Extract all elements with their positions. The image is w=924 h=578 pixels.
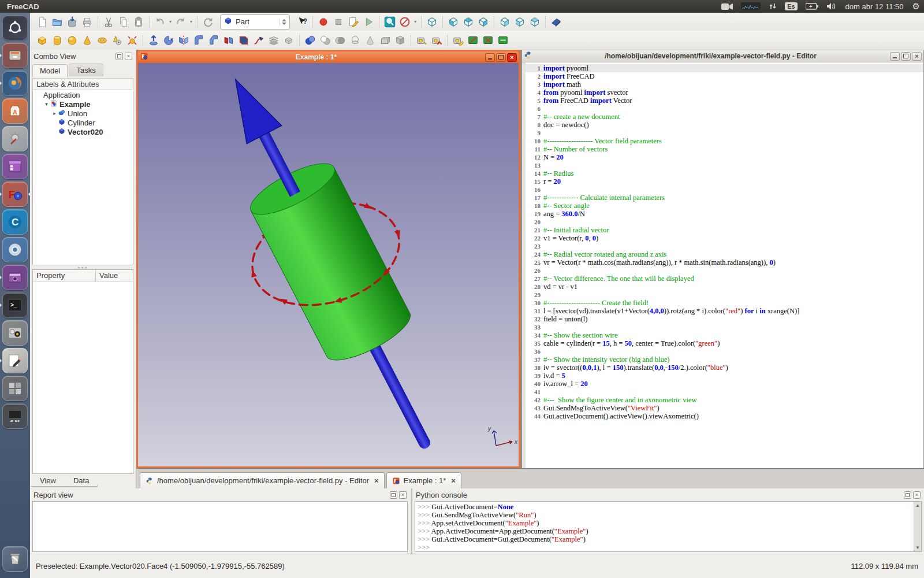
open-folder-button[interactable]	[50, 14, 65, 29]
code-line[interactable]: 33	[526, 323, 923, 331]
launcher-item-firefox[interactable]	[2, 71, 28, 96]
battery-icon[interactable]	[806, 3, 818, 10]
code-line[interactable]: 16	[526, 186, 923, 194]
record-macro-button[interactable]	[316, 14, 331, 29]
code-line[interactable]: 20	[526, 218, 923, 226]
part-ruled-surface-button[interactable]	[221, 33, 236, 48]
measure-refresh-button[interactable]	[450, 33, 465, 48]
code-line[interactable]: 14#-- Radius	[526, 169, 923, 177]
code-line[interactable]: 35cable = cylinder(r = 15, h = 50, cente…	[526, 339, 923, 347]
code-line[interactable]: 39iv.d = 5	[526, 372, 923, 380]
cone-wire-button[interactable]	[363, 33, 378, 48]
part-sphere-button[interactable]	[65, 33, 80, 48]
part-mirror-button[interactable]	[176, 33, 191, 48]
close-button[interactable]: ×	[912, 52, 922, 61]
draw-style-button[interactable]	[397, 14, 412, 29]
3d-viewport[interactable]: x y	[138, 63, 519, 466]
tree-item-application[interactable]: Application	[33, 90, 133, 99]
launcher-item-media-player[interactable]	[2, 403, 28, 429]
part-box-button[interactable]	[35, 33, 50, 48]
measurement-button[interactable]	[549, 14, 564, 29]
part-revolve-button[interactable]	[161, 33, 176, 48]
camera-icon[interactable]	[721, 3, 733, 10]
maximize-button[interactable]	[496, 53, 506, 62]
code-line[interactable]: 4from pyooml import svector	[526, 88, 923, 97]
close-tab-icon[interactable]: ×	[374, 476, 379, 485]
code-line[interactable]: 12N = 20	[526, 153, 923, 161]
part-cross-sections-button[interactable]	[266, 33, 281, 48]
code-line[interactable]: 11#-- Number of vectors	[526, 145, 923, 153]
3d-view-titlebar[interactable]: Example : 1* ×	[138, 51, 519, 63]
code-line[interactable]: 19ang = 360.0/N	[526, 210, 923, 218]
code-line[interactable]: 17#------------- Calculate internal para…	[526, 194, 923, 202]
code-line[interactable]: 9	[526, 129, 923, 137]
zoom-fit-button[interactable]	[382, 14, 397, 29]
stop-macro-button[interactable]	[331, 14, 346, 29]
print-button[interactable]	[80, 14, 95, 29]
view-left-button[interactable]	[527, 14, 542, 29]
code-line[interactable]: 36	[526, 347, 923, 355]
code-line[interactable]: 21#-- Initial radial vector	[526, 226, 923, 234]
toggle-measure-3d-button[interactable]	[465, 33, 480, 48]
code-line[interactable]: 37#-- Show the intensity vector (big and…	[526, 355, 923, 364]
launcher-item-trash[interactable]	[2, 546, 28, 572]
tree-item-union[interactable]: ▸Union	[33, 109, 133, 118]
bool-cut-button[interactable]	[318, 33, 333, 48]
code-line[interactable]: 24#-- Radial vector rotated ang around z…	[526, 250, 923, 258]
volume-icon[interactable]	[826, 2, 837, 10]
code-line[interactable]: 42#--- Show the figure center and in axo…	[526, 396, 923, 404]
redo-button[interactable]	[173, 14, 188, 29]
edit-macro-button[interactable]	[346, 14, 361, 29]
code-line[interactable]: 38iv = svector((0,0,1), l = 150).transla…	[526, 364, 923, 372]
launcher-item-media-purple[interactable]	[2, 265, 28, 290]
tab-model[interactable]: Model	[32, 64, 68, 77]
value-column-header[interactable]: Value	[96, 270, 121, 281]
part-sweep-button[interactable]	[251, 33, 266, 48]
paste-button[interactable]	[131, 14, 146, 29]
code-line[interactable]: 40iv.arrow_l = 20	[526, 380, 923, 388]
float-panel-icon[interactable]	[904, 491, 911, 499]
clock[interactable]: dom abr 12 11:50	[845, 2, 904, 11]
code-line[interactable]: 31l = [svector(vd).translate(v1+Vector(4…	[526, 307, 923, 315]
code-line[interactable]: 3import math	[526, 80, 923, 88]
launcher-item-text-editor[interactable]	[2, 348, 28, 373]
launcher-item-c-editor[interactable]: C	[2, 209, 28, 235]
tab-view[interactable]: View	[31, 475, 65, 487]
workbench-spinner[interactable]	[280, 18, 288, 25]
code-line[interactable]: 8doc = newdoc()	[526, 121, 923, 129]
launcher-item-system-settings[interactable]	[2, 126, 28, 151]
launcher-item-software-center[interactable]: A	[2, 98, 28, 124]
keyboard-layout-indicator[interactable]: Es	[785, 2, 797, 10]
launcher-item-workspace-switcher[interactable]	[2, 376, 28, 401]
bool-union-button[interactable]	[303, 33, 318, 48]
save-file-button[interactable]	[65, 14, 80, 29]
close-button[interactable]: ×	[507, 53, 517, 62]
session-gear-icon[interactable]: ⚙	[912, 1, 920, 12]
part-cone-button[interactable]	[80, 33, 95, 48]
bool-section-button[interactable]	[348, 33, 363, 48]
run-macro-button[interactable]	[361, 14, 376, 29]
maximize-button[interactable]	[901, 52, 911, 61]
code-line[interactable]: 28vd = vr - v1	[526, 283, 923, 291]
code-line[interactable]: 41	[526, 388, 923, 396]
part-offset-button[interactable]	[281, 33, 296, 48]
code-line[interactable]: 5from FreeCAD import Vector	[526, 97, 923, 105]
compsolid-button[interactable]	[393, 33, 408, 48]
code-line[interactable]: 29	[526, 291, 923, 299]
part-torus-button[interactable]	[95, 33, 110, 48]
dropdown-caret-icon[interactable]: ▾	[188, 14, 194, 29]
clear-measurement-button[interactable]	[495, 33, 511, 48]
code-line[interactable]: 13	[526, 161, 923, 169]
audio-meter-icon[interactable]	[741, 2, 761, 10]
launcher-item-file-manager[interactable]	[2, 43, 28, 68]
expander-icon[interactable]: ▸	[51, 110, 58, 116]
view-top-button[interactable]	[461, 14, 476, 29]
whats-this-button[interactable]: ?	[295, 14, 310, 29]
tab-tasks[interactable]: Tasks	[69, 64, 103, 76]
code-line[interactable]: 2import FreeCAD	[526, 72, 923, 80]
code-line[interactable]: 1import pyooml	[526, 64, 923, 72]
copy-button[interactable]	[116, 14, 131, 29]
part-shapebuilder-button[interactable]	[125, 33, 140, 48]
view-rear-button[interactable]	[497, 14, 512, 29]
toggle-measure-delta-button[interactable]	[480, 33, 495, 48]
